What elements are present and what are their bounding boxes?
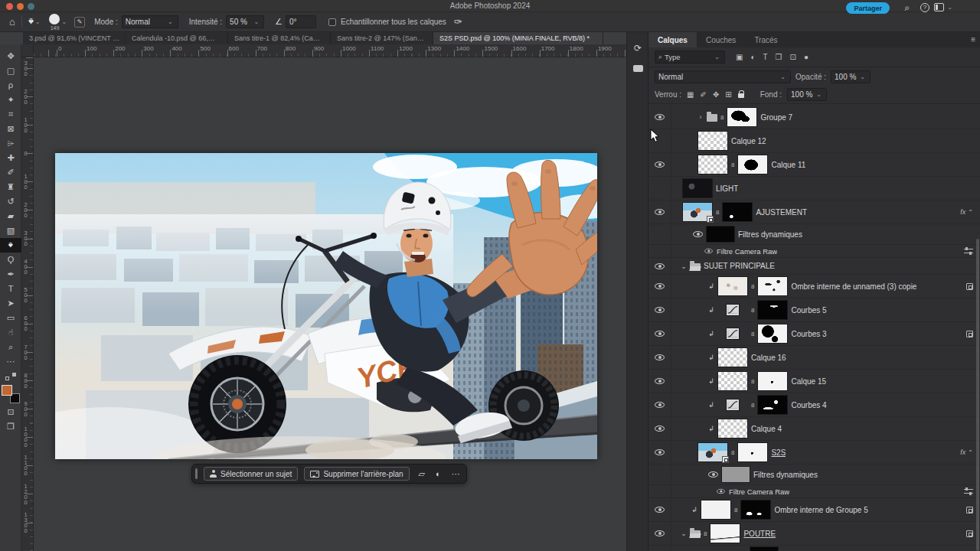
layer-blend-mode-select[interactable]: Normal ⌄ bbox=[655, 70, 791, 83]
filter-type-layers-icon[interactable]: T bbox=[763, 54, 768, 61]
color-swatches[interactable] bbox=[2, 385, 20, 403]
filter-smart-objects-icon[interactable]: ⊡ bbox=[790, 54, 796, 61]
layer-name[interactable]: Courbes 4 bbox=[791, 401, 826, 409]
lock-artboard-icon[interactable]: ⊞ bbox=[725, 91, 731, 99]
fill-select[interactable]: 100 % ⌄ bbox=[787, 88, 827, 101]
document-tab[interactable]: 3.psd @ 91,6% (VINCENT … bbox=[23, 32, 126, 44]
layer-visibility-toggle[interactable] bbox=[648, 106, 671, 129]
adjustment-icon[interactable]: ◐ bbox=[436, 470, 441, 478]
layer-row[interactable]: ↳8Courbes 5 bbox=[648, 298, 980, 322]
panel-tab-tracés[interactable]: Tracés bbox=[745, 32, 786, 47]
layer-thumbnail[interactable] bbox=[717, 276, 748, 296]
move-tool[interactable]: ✥ bbox=[0, 49, 21, 64]
layers-scrollbar[interactable] bbox=[976, 239, 979, 551]
layer-row[interactable]: Filtres dynamiques bbox=[648, 224, 980, 245]
marquee-tool[interactable]: ▢ bbox=[0, 64, 21, 78]
dodge-tool[interactable]: Ϙ bbox=[0, 253, 21, 267]
layer-row[interactable]: ⌄SUJET PRINCIPALE bbox=[648, 258, 980, 275]
layer-thumbnail[interactable] bbox=[697, 442, 728, 462]
layer-row[interactable]: Calque 12 bbox=[648, 129, 980, 153]
layer-thumbnail[interactable] bbox=[721, 466, 750, 483]
opacity-select[interactable]: 100 % ⌄ bbox=[831, 70, 871, 83]
filter-pixel-layers-icon[interactable]: ▣ bbox=[736, 54, 743, 61]
eye-icon[interactable] bbox=[693, 231, 703, 237]
layer-row[interactable]: 8S2Sfx⌃ bbox=[648, 441, 980, 465]
layer-name[interactable]: Courbes 5 bbox=[791, 306, 826, 315]
layer-thumbnail[interactable] bbox=[717, 419, 748, 439]
swap-colors-icon[interactable] bbox=[0, 369, 21, 383]
layer-visibility-toggle[interactable] bbox=[648, 546, 671, 551]
sample-all-layers-checkbox[interactable] bbox=[328, 18, 336, 26]
pen-tool[interactable]: ✒ bbox=[0, 267, 21, 282]
history-panel-icon[interactable]: ⟳ bbox=[627, 38, 648, 58]
layer-visibility-toggle[interactable] bbox=[648, 258, 671, 274]
layer-thumbnail[interactable] bbox=[717, 371, 748, 391]
layer-visibility-toggle[interactable] bbox=[648, 245, 671, 257]
layer-name[interactable]: AJUSTEMENT bbox=[756, 208, 807, 217]
layer-visibility-toggle[interactable] bbox=[648, 298, 671, 321]
layer-thumbnail[interactable] bbox=[697, 155, 728, 174]
layer-mask-thumbnail[interactable] bbox=[737, 155, 768, 174]
layer-thumbnail[interactable] bbox=[710, 523, 740, 543]
layer-thumbnail[interactable] bbox=[706, 226, 735, 243]
brush-tool[interactable]: ✐ bbox=[0, 165, 21, 180]
layer-mask-thumbnail[interactable] bbox=[757, 300, 788, 320]
taskbar-drag-handle[interactable] bbox=[195, 468, 198, 479]
chevron-down-icon[interactable]: ⌄ bbox=[681, 530, 687, 537]
layer-mask-thumbnail[interactable] bbox=[737, 442, 768, 462]
layer-thumbnail[interactable] bbox=[682, 178, 713, 198]
history-brush-tool[interactable]: ↺ bbox=[0, 194, 21, 209]
filter-adjustment-layers-icon[interactable]: ◐ bbox=[750, 54, 755, 61]
layer-thumbnail[interactable] bbox=[682, 202, 713, 222]
curves-adjustment-icon[interactable] bbox=[717, 395, 748, 415]
panel-tab-couches[interactable]: Couches bbox=[697, 32, 745, 47]
eye-icon[interactable] bbox=[708, 471, 718, 478]
filter-blending-options-icon[interactable] bbox=[964, 248, 973, 255]
layer-visibility-toggle[interactable] bbox=[648, 498, 671, 521]
layer-name[interactable]: S2S bbox=[771, 448, 786, 457]
object-selection-tool[interactable]: ✦ bbox=[0, 93, 21, 107]
layer-name[interactable]: LIGHT bbox=[716, 184, 738, 193]
document-tab[interactable]: Sans titre-1 @ 82,4% (Ca… bbox=[228, 32, 331, 44]
airbrush-icon[interactable]: ✑ bbox=[454, 17, 462, 27]
lock-pixels-icon[interactable]: ✐ bbox=[700, 91, 706, 99]
layer-row[interactable]: LIGHT bbox=[648, 177, 980, 201]
tablet-pressure-icon[interactable]: ✎ bbox=[74, 17, 85, 28]
layer-row[interactable]: Filtres dynamiques bbox=[648, 465, 980, 485]
layer-row[interactable]: Filtre Camera Raw bbox=[648, 485, 980, 498]
foreground-color-swatch[interactable] bbox=[2, 385, 12, 396]
curves-adjustment-icon[interactable] bbox=[717, 300, 748, 320]
layer-visibility-toggle[interactable] bbox=[648, 485, 671, 497]
layer-visibility-toggle[interactable] bbox=[648, 177, 671, 200]
transform-icon[interactable]: ▱ bbox=[419, 470, 425, 478]
layer-name[interactable]: Courbes 3 bbox=[791, 330, 826, 338]
layer-visibility-toggle[interactable] bbox=[648, 346, 671, 369]
layer-name[interactable]: Calque 16 bbox=[751, 354, 786, 362]
vertical-ruler[interactable]: 3 0 02 0 01 0 001 0 02 0 03 0 04 0 05 0 … bbox=[21, 57, 34, 551]
eraser-tool[interactable]: ▰ bbox=[0, 209, 21, 223]
filter-shape-layers-icon[interactable]: ❒ bbox=[776, 54, 782, 61]
layer-visibility-toggle[interactable] bbox=[648, 201, 671, 223]
select-subject-button[interactable]: Sélectionner un sujet bbox=[204, 467, 298, 481]
lasso-tool[interactable]: ρ bbox=[0, 78, 21, 93]
layer-row[interactable]: ↳Calque 4 bbox=[648, 417, 980, 441]
layer-row[interactable]: ↳8Courbes 4 bbox=[648, 393, 980, 417]
more-options-icon[interactable]: ⋯ bbox=[452, 470, 460, 478]
chevron-down-icon[interactable]: ⌄ bbox=[681, 262, 687, 270]
panel-tab-calques[interactable]: Calques bbox=[648, 32, 697, 47]
layer-name[interactable]: Calque 4 bbox=[751, 425, 782, 433]
layer-row[interactable]: ↳8Ombre interne de Groupe 5 bbox=[648, 498, 980, 522]
layer-name[interactable]: Filtres dynamiques bbox=[738, 230, 802, 239]
layer-mask-thumbnail[interactable] bbox=[727, 107, 757, 127]
blur-tool-preview-icon[interactable]: ♠ bbox=[28, 16, 34, 28]
layer-name[interactable]: POUTRE bbox=[743, 530, 776, 538]
layer-visibility-toggle[interactable] bbox=[648, 322, 671, 345]
clone-stamp-tool[interactable]: ♜ bbox=[0, 180, 21, 194]
intensity-select[interactable]: 50 % ⌄ bbox=[226, 15, 264, 28]
healing-brush-tool[interactable]: ✚ bbox=[0, 151, 21, 165]
lock-position-icon[interactable]: ✥ bbox=[713, 91, 719, 99]
layer-visibility-toggle[interactable] bbox=[648, 393, 671, 416]
shape-tool[interactable]: ▭ bbox=[0, 311, 21, 325]
search-icon[interactable]: ⌕ bbox=[904, 3, 910, 12]
layer-visibility-toggle[interactable] bbox=[648, 522, 671, 545]
